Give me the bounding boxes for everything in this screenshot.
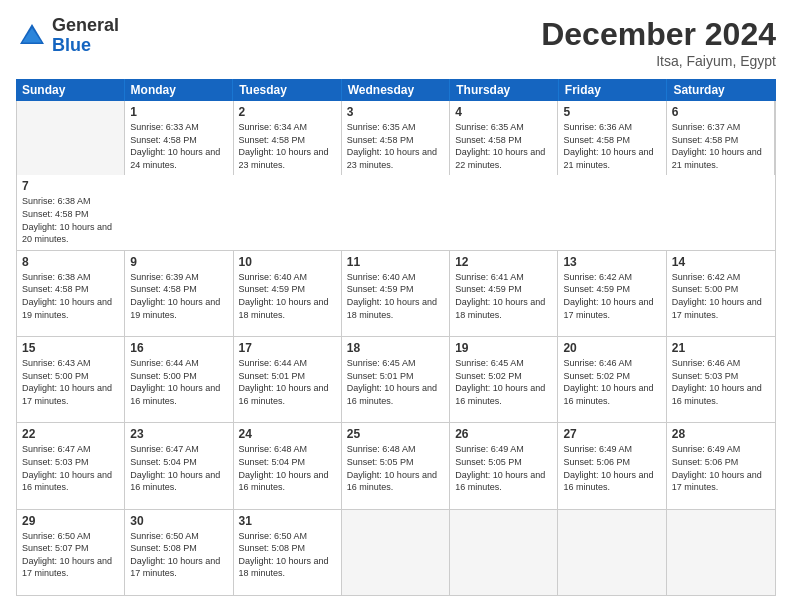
- sunset: Sunset: 5:01 PM: [347, 371, 414, 381]
- cell-info: Sunrise: 6:38 AM Sunset: 4:58 PM Dayligh…: [22, 195, 120, 245]
- daylight: Daylight: 10 hours and 17 minutes.: [563, 297, 653, 320]
- daylight: Daylight: 10 hours and 16 minutes.: [347, 383, 437, 406]
- header-wednesday: Wednesday: [342, 79, 451, 101]
- cal-cell-dec20: 20 Sunrise: 6:46 AM Sunset: 5:02 PM Dayl…: [558, 337, 666, 422]
- day-number: 22: [22, 427, 119, 441]
- sunrise: Sunrise: 6:42 AM: [563, 272, 632, 282]
- sunset: Sunset: 5:04 PM: [239, 457, 306, 467]
- day-number: 29: [22, 514, 119, 528]
- daylight: Daylight: 10 hours and 19 minutes.: [22, 297, 112, 320]
- cell-info: Sunrise: 6:39 AM Sunset: 4:58 PM Dayligh…: [130, 271, 227, 321]
- sunset: Sunset: 4:59 PM: [347, 284, 414, 294]
- daylight: Daylight: 10 hours and 23 minutes.: [239, 147, 329, 170]
- day-number: 16: [130, 341, 227, 355]
- cell-info: Sunrise: 6:33 AM Sunset: 4:58 PM Dayligh…: [130, 121, 227, 171]
- cal-cell-dec5: 5 Sunrise: 6:36 AM Sunset: 4:58 PM Dayli…: [558, 101, 666, 175]
- cal-cell-dec31: 31 Sunrise: 6:50 AM Sunset: 5:08 PM Dayl…: [234, 510, 342, 595]
- cal-cell-dec3: 3 Sunrise: 6:35 AM Sunset: 4:58 PM Dayli…: [342, 101, 450, 175]
- cell-info: Sunrise: 6:49 AM Sunset: 5:05 PM Dayligh…: [455, 443, 552, 493]
- sunset: Sunset: 5:00 PM: [130, 371, 197, 381]
- header: General Blue December 2024 Itsa, Faiyum,…: [16, 16, 776, 69]
- day-number: 9: [130, 255, 227, 269]
- day-number: 15: [22, 341, 119, 355]
- cell-info: Sunrise: 6:48 AM Sunset: 5:04 PM Dayligh…: [239, 443, 336, 493]
- cell-info: Sunrise: 6:50 AM Sunset: 5:07 PM Dayligh…: [22, 530, 119, 580]
- daylight: Daylight: 10 hours and 16 minutes.: [563, 383, 653, 406]
- sunrise: Sunrise: 6:46 AM: [563, 358, 632, 368]
- cell-info: Sunrise: 6:49 AM Sunset: 5:06 PM Dayligh…: [563, 443, 660, 493]
- cal-cell-dec7: 7 Sunrise: 6:38 AM Sunset: 4:58 PM Dayli…: [17, 175, 125, 249]
- daylight: Daylight: 10 hours and 21 minutes.: [672, 147, 762, 170]
- day-number: 25: [347, 427, 444, 441]
- cell-info: Sunrise: 6:46 AM Sunset: 5:02 PM Dayligh…: [563, 357, 660, 407]
- sunrise: Sunrise: 6:45 AM: [455, 358, 524, 368]
- sunset: Sunset: 5:00 PM: [22, 371, 89, 381]
- header-saturday: Saturday: [667, 79, 776, 101]
- sunset: Sunset: 4:58 PM: [130, 135, 197, 145]
- sunset: Sunset: 4:58 PM: [130, 284, 197, 294]
- cell-info: Sunrise: 6:44 AM Sunset: 5:00 PM Dayligh…: [130, 357, 227, 407]
- week-row-1: 1 Sunrise: 6:33 AM Sunset: 4:58 PM Dayli…: [17, 101, 775, 251]
- sunrise: Sunrise: 6:49 AM: [455, 444, 524, 454]
- sunset: Sunset: 5:02 PM: [455, 371, 522, 381]
- cell-info: Sunrise: 6:45 AM Sunset: 5:01 PM Dayligh…: [347, 357, 444, 407]
- cal-cell-empty-3: [450, 510, 558, 595]
- cal-cell-dec22: 22 Sunrise: 6:47 AM Sunset: 5:03 PM Dayl…: [17, 423, 125, 508]
- cal-cell-dec25: 25 Sunrise: 6:48 AM Sunset: 5:05 PM Dayl…: [342, 423, 450, 508]
- cal-cell-dec27: 27 Sunrise: 6:49 AM Sunset: 5:06 PM Dayl…: [558, 423, 666, 508]
- daylight: Daylight: 10 hours and 17 minutes.: [672, 297, 762, 320]
- sunrise: Sunrise: 6:34 AM: [239, 122, 308, 132]
- cal-cell-dec4: 4 Sunrise: 6:35 AM Sunset: 4:58 PM Dayli…: [450, 101, 558, 175]
- day-number: 28: [672, 427, 770, 441]
- cell-info: Sunrise: 6:47 AM Sunset: 5:04 PM Dayligh…: [130, 443, 227, 493]
- sunset: Sunset: 5:05 PM: [455, 457, 522, 467]
- logo: General Blue: [16, 16, 119, 56]
- sunset: Sunset: 5:02 PM: [563, 371, 630, 381]
- cal-cell-empty-5: [667, 510, 775, 595]
- cell-info: Sunrise: 6:49 AM Sunset: 5:06 PM Dayligh…: [672, 443, 770, 493]
- cal-cell-dec24: 24 Sunrise: 6:48 AM Sunset: 5:04 PM Dayl…: [234, 423, 342, 508]
- sunset: Sunset: 4:59 PM: [563, 284, 630, 294]
- calendar-header: Sunday Monday Tuesday Wednesday Thursday…: [16, 79, 776, 101]
- daylight: Daylight: 10 hours and 17 minutes.: [22, 556, 112, 579]
- cal-cell-dec16: 16 Sunrise: 6:44 AM Sunset: 5:00 PM Dayl…: [125, 337, 233, 422]
- day-number: 8: [22, 255, 119, 269]
- location: Itsa, Faiyum, Egypt: [541, 53, 776, 69]
- sunset: Sunset: 5:03 PM: [672, 371, 739, 381]
- sunrise: Sunrise: 6:33 AM: [130, 122, 199, 132]
- sunrise: Sunrise: 6:35 AM: [455, 122, 524, 132]
- cell-info: Sunrise: 6:44 AM Sunset: 5:01 PM Dayligh…: [239, 357, 336, 407]
- sunrise: Sunrise: 6:44 AM: [130, 358, 199, 368]
- daylight: Daylight: 10 hours and 18 minutes.: [239, 297, 329, 320]
- daylight: Daylight: 10 hours and 19 minutes.: [130, 297, 220, 320]
- cell-info: Sunrise: 6:50 AM Sunset: 5:08 PM Dayligh…: [130, 530, 227, 580]
- daylight: Daylight: 10 hours and 20 minutes.: [22, 222, 112, 245]
- day-number: 5: [563, 105, 660, 119]
- cell-info: Sunrise: 6:41 AM Sunset: 4:59 PM Dayligh…: [455, 271, 552, 321]
- day-number: 6: [672, 105, 769, 119]
- cal-cell-dec14: 14 Sunrise: 6:42 AM Sunset: 5:00 PM Dayl…: [667, 251, 775, 336]
- day-number: 3: [347, 105, 444, 119]
- cell-info: Sunrise: 6:46 AM Sunset: 5:03 PM Dayligh…: [672, 357, 770, 407]
- sunrise: Sunrise: 6:43 AM: [22, 358, 91, 368]
- cell-info: Sunrise: 6:38 AM Sunset: 4:58 PM Dayligh…: [22, 271, 119, 321]
- sunset: Sunset: 4:58 PM: [672, 135, 739, 145]
- logo-blue-text: Blue: [52, 36, 119, 56]
- cal-cell-dec6: 6 Sunrise: 6:37 AM Sunset: 4:58 PM Dayli…: [667, 101, 775, 175]
- day-number: 14: [672, 255, 770, 269]
- daylight: Daylight: 10 hours and 16 minutes.: [130, 470, 220, 493]
- day-number: 23: [130, 427, 227, 441]
- page: General Blue December 2024 Itsa, Faiyum,…: [0, 0, 792, 612]
- sunset: Sunset: 4:58 PM: [455, 135, 522, 145]
- sunset: Sunset: 5:06 PM: [563, 457, 630, 467]
- daylight: Daylight: 10 hours and 17 minutes.: [22, 383, 112, 406]
- cal-cell-empty-4: [558, 510, 666, 595]
- title-block: December 2024 Itsa, Faiyum, Egypt: [541, 16, 776, 69]
- sunrise: Sunrise: 6:40 AM: [347, 272, 416, 282]
- cal-cell-dec21: 21 Sunrise: 6:46 AM Sunset: 5:03 PM Dayl…: [667, 337, 775, 422]
- sunrise: Sunrise: 6:50 AM: [239, 531, 308, 541]
- cell-info: Sunrise: 6:34 AM Sunset: 4:58 PM Dayligh…: [239, 121, 336, 171]
- daylight: Daylight: 10 hours and 17 minutes.: [130, 556, 220, 579]
- daylight: Daylight: 10 hours and 23 minutes.: [347, 147, 437, 170]
- sunrise: Sunrise: 6:47 AM: [130, 444, 199, 454]
